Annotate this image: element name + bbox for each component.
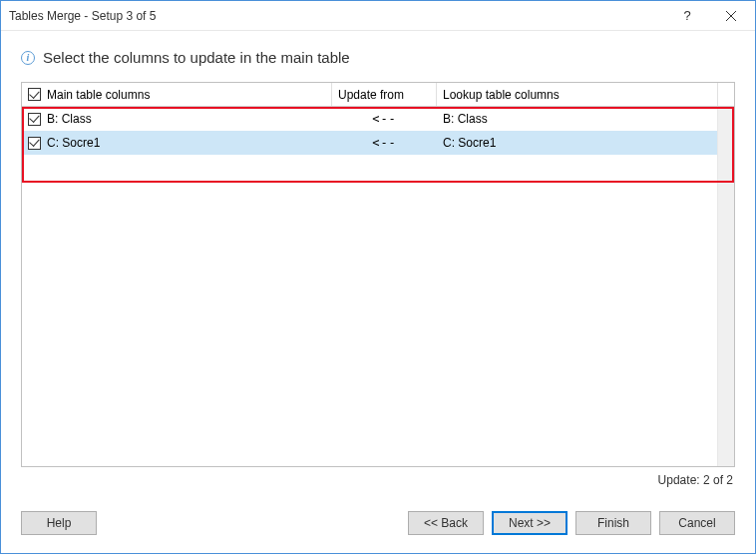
header-lookup-label: Lookup table columns [443, 88, 560, 102]
finish-button[interactable]: Finish [575, 511, 651, 535]
table-header: Main table columns Update from Lookup ta… [22, 83, 734, 107]
question-icon: ? [683, 8, 690, 23]
window-title: Tables Merge - Setup 3 of 5 [9, 9, 665, 23]
titlebar: Tables Merge - Setup 3 of 5 ? [1, 1, 755, 31]
close-icon [726, 11, 736, 21]
button-row: Help << Back Next >> Finish Cancel [1, 505, 755, 553]
button-spacer [105, 511, 400, 535]
header-lookup-columns[interactable]: Lookup table columns [437, 83, 717, 106]
scrollbar-header-spacer [717, 83, 734, 106]
back-button[interactable]: << Back [408, 511, 484, 535]
columns-table: Main table columns Update from Lookup ta… [21, 82, 735, 467]
row-lookup-label: B: Class [443, 112, 488, 126]
header-main-columns[interactable]: Main table columns [22, 83, 332, 106]
close-titlebar-button[interactable] [709, 2, 753, 30]
row-lookup-label: C: Socre1 [443, 136, 496, 150]
cancel-button[interactable]: Cancel [659, 511, 735, 535]
dialog-content: i Select the columns to update in the ma… [1, 31, 755, 505]
status-text: Update: 2 of 2 [21, 467, 735, 497]
table-row[interactable]: B: Class <-- B: Class [22, 107, 717, 131]
update-arrow-icon: <-- [372, 112, 397, 126]
table-row[interactable]: C: Socre1 <-- C: Socre1 [22, 131, 717, 155]
header-update-label: Update from [338, 88, 404, 102]
row-checkbox[interactable] [28, 137, 41, 150]
instruction-text: Select the columns to update in the main… [43, 49, 350, 66]
select-all-checkbox[interactable] [28, 88, 41, 101]
header-update-from[interactable]: Update from [332, 83, 437, 106]
update-arrow-icon: <-- [372, 136, 397, 150]
info-icon: i [21, 51, 35, 65]
instruction-row: i Select the columns to update in the ma… [21, 49, 735, 66]
dialog-window: Tables Merge - Setup 3 of 5 ? i Select t… [0, 0, 756, 554]
vertical-scrollbar[interactable] [717, 107, 734, 466]
table-body: B: Class <-- B: Class C: Socre1 [22, 107, 734, 466]
row-main-label: C: Socre1 [47, 136, 100, 150]
next-button[interactable]: Next >> [492, 511, 567, 535]
row-main-label: B: Class [47, 112, 92, 126]
header-main-label: Main table columns [47, 88, 150, 102]
table-rows-area: B: Class <-- B: Class C: Socre1 [22, 107, 717, 466]
help-button[interactable]: Help [21, 511, 97, 535]
row-checkbox[interactable] [28, 113, 41, 126]
help-titlebar-button[interactable]: ? [665, 2, 709, 30]
